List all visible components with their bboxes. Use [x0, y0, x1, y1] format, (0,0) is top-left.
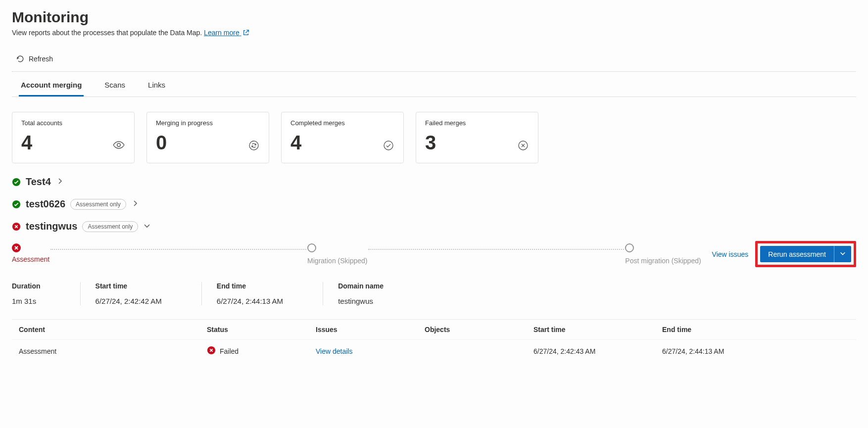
meta-key: End time: [217, 282, 283, 290]
stage-label: Assessment: [12, 255, 49, 263]
svg-point-2: [384, 141, 393, 150]
card-value: 4: [290, 132, 394, 154]
meta-value: 1m 31s: [12, 297, 41, 305]
refresh-icon: [16, 54, 25, 63]
table-row: Assessment Failed View details 6/27/24, …: [12, 340, 856, 362]
check-circle-icon: [383, 140, 394, 153]
card-failed-merges[interactable]: Failed merges 3: [416, 112, 538, 163]
page-description-text: View reports about the processes that po…: [12, 29, 204, 37]
cell-status-text: Failed: [220, 347, 239, 355]
meta-value: 6/27/24, 2:42:42 AM: [96, 297, 162, 305]
chevron-right-icon: [131, 199, 139, 209]
rerun-highlight: Rerun assessment: [755, 241, 856, 267]
card-label: Completed merges: [290, 119, 394, 127]
tab-scans[interactable]: Scans: [102, 77, 127, 96]
chevron-right-icon: [56, 177, 64, 187]
cell-status: Failed: [207, 346, 316, 356]
card-completed-merges[interactable]: Completed merges 4: [281, 112, 404, 163]
rerun-assessment-menu-button[interactable]: [834, 246, 851, 262]
meta-value: testingwus: [338, 297, 384, 305]
card-value: 3: [425, 132, 529, 154]
page-description: View reports about the processes that po…: [12, 29, 856, 38]
rerun-assessment-button[interactable]: Rerun assessment: [760, 246, 834, 262]
card-label: Failed merges: [425, 119, 529, 127]
meta-key: Domain name: [338, 282, 384, 290]
tab-links[interactable]: Links: [146, 77, 167, 96]
account-expanded-panel: Assessment Migration (Skipped) Post migr…: [12, 241, 856, 362]
col-start-time: Start time: [533, 326, 662, 333]
card-label: Merging in progress: [156, 119, 260, 127]
account-row-test0626[interactable]: test0626 Assessment only: [12, 198, 856, 210]
chevron-down-icon: [839, 250, 846, 258]
stage-idle-icon: [307, 243, 316, 252]
tab-account-merging[interactable]: Account merging: [19, 77, 84, 96]
cell-content: Assessment: [19, 347, 207, 355]
col-status: Status: [207, 326, 316, 333]
table-header-row: Content Status Issues Objects Start time…: [12, 320, 856, 340]
card-value: 4: [21, 132, 125, 154]
stage-assessment: Assessment: [12, 243, 49, 265]
meta-key: Duration: [12, 282, 41, 290]
meta-end-time: End time 6/27/24, 2:44:13 AM: [201, 282, 323, 305]
meta-value: 6/27/24, 2:44:13 AM: [217, 297, 283, 305]
error-icon: [12, 222, 21, 231]
assessment-only-pill: Assessment only: [70, 199, 126, 210]
account-name: Test4: [26, 176, 51, 188]
meta-domain-name: Domain name testingwus: [323, 282, 423, 305]
refresh-label: Refresh: [29, 55, 53, 63]
stage-migration: Migration (Skipped): [307, 243, 367, 265]
chevron-down-icon: [143, 222, 151, 231]
account-row-test4[interactable]: Test4: [12, 176, 856, 188]
svg-point-1: [249, 141, 258, 150]
success-icon: [12, 200, 21, 209]
col-objects: Objects: [425, 326, 533, 333]
meta-start-time: Start time 6/27/24, 2:42:42 AM: [80, 282, 201, 305]
stage-idle-icon: [625, 243, 634, 252]
view-issues-link[interactable]: View issues: [712, 250, 749, 258]
card-total-accounts[interactable]: Total accounts 4: [12, 112, 135, 163]
account-row-testingwus[interactable]: testingwus Assessment only: [12, 221, 856, 232]
learn-more-link[interactable]: Learn more: [204, 29, 249, 37]
col-content: Content: [19, 326, 207, 333]
stage-bridge: [368, 249, 624, 250]
stage-label: Post migration (Skipped): [625, 257, 701, 265]
col-issues: Issues: [316, 326, 425, 333]
account-name: testingwus: [26, 221, 77, 232]
error-icon: [207, 346, 216, 356]
learn-more-label: Learn more: [204, 29, 240, 37]
cell-issues: View details: [316, 347, 425, 355]
assessment-table: Content Status Issues Objects Start time…: [12, 319, 856, 362]
svg-point-0: [117, 143, 121, 147]
x-circle-icon: [517, 140, 529, 153]
page-title: Monitoring: [12, 9, 856, 26]
card-value: 0: [156, 132, 260, 154]
cell-start: 6/27/24, 2:42:43 AM: [533, 347, 662, 355]
meta-duration: Duration 1m 31s: [12, 282, 80, 305]
cell-end: 6/27/24, 2:44:13 AM: [662, 347, 849, 355]
sync-icon: [248, 140, 260, 153]
tabs: Account merging Scans Links: [12, 72, 856, 97]
refresh-button[interactable]: Refresh: [12, 51, 57, 66]
view-details-link[interactable]: View details: [316, 347, 352, 355]
card-merging-progress[interactable]: Merging in progress 0: [146, 112, 269, 163]
stage-label: Migration (Skipped): [307, 257, 367, 265]
meta-key: Start time: [96, 282, 162, 290]
external-link-icon: [242, 29, 249, 38]
stage-fail-icon: [12, 243, 21, 252]
assessment-only-pill: Assessment only: [82, 221, 138, 232]
stage-post-migration: Post migration (Skipped): [625, 243, 701, 265]
col-end-time: End time: [662, 326, 849, 333]
stage-bridge: [50, 249, 306, 250]
account-name: test0626: [26, 198, 65, 210]
success-icon: [12, 178, 21, 187]
card-label: Total accounts: [21, 119, 125, 127]
eye-icon: [112, 139, 125, 153]
